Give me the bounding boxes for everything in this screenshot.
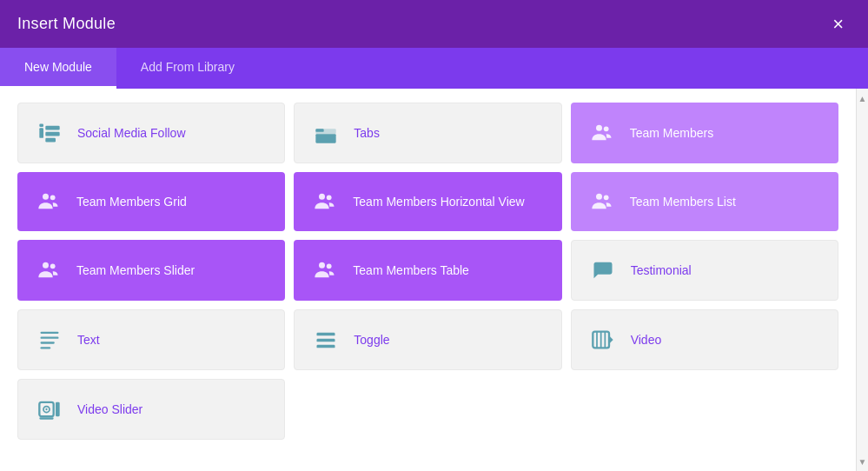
testimonial-icon: " bbox=[587, 255, 619, 286]
module-label: Team Members Grid bbox=[76, 194, 187, 209]
module-team-members[interactable]: Team Members bbox=[571, 103, 838, 163]
svg-rect-1 bbox=[39, 124, 43, 128]
svg-rect-27 bbox=[317, 345, 335, 348]
team-members-grid-icon bbox=[33, 186, 64, 217]
svg-point-11 bbox=[50, 195, 56, 200]
svg-rect-2 bbox=[45, 126, 59, 130]
svg-point-16 bbox=[43, 262, 49, 269]
svg-point-12 bbox=[319, 194, 325, 200]
team-members-slider-icon bbox=[33, 255, 64, 286]
tab-add-from-library[interactable]: Add From Library bbox=[116, 48, 259, 89]
module-team-members-grid[interactable]: Team Members Grid bbox=[17, 172, 285, 231]
module-label: Team Members Horizontal View bbox=[353, 194, 524, 209]
svg-rect-25 bbox=[317, 333, 335, 336]
module-label: Text bbox=[77, 332, 100, 348]
module-team-members-table[interactable]: Team Members Table bbox=[294, 240, 561, 301]
svg-rect-23 bbox=[41, 342, 55, 343]
svg-point-18 bbox=[319, 262, 325, 269]
module-label: Team Members Slider bbox=[76, 262, 195, 278]
scrollbar[interactable]: ▲ ▼ bbox=[856, 89, 868, 471]
svg-rect-26 bbox=[317, 339, 335, 342]
svg-point-15 bbox=[603, 195, 608, 200]
module-label: Team Members bbox=[630, 125, 713, 141]
tabs-icon bbox=[310, 117, 341, 149]
modal-body: Social Media Follow Tabs Team Members bbox=[0, 89, 868, 471]
text-icon bbox=[34, 324, 65, 355]
svg-rect-7 bbox=[316, 129, 336, 134]
svg-point-8 bbox=[596, 125, 602, 131]
module-label: Team Members List bbox=[630, 194, 736, 209]
module-label: Social Media Follow bbox=[77, 125, 186, 141]
svg-marker-32 bbox=[609, 335, 613, 343]
modules-grid: Social Media Follow Tabs Team Members bbox=[17, 103, 838, 440]
modal-tabs: New Module Add From Library bbox=[0, 48, 868, 89]
module-label: Tabs bbox=[354, 125, 380, 141]
module-testimonial[interactable]: " Testimonial bbox=[571, 240, 838, 301]
svg-rect-4 bbox=[45, 138, 56, 143]
module-label: Video Slider bbox=[77, 401, 142, 417]
modal-header: Insert Module × bbox=[0, 0, 868, 48]
svg-point-10 bbox=[43, 194, 49, 200]
module-video-slider[interactable]: Video Slider bbox=[17, 379, 285, 440]
scroll-down-arrow[interactable]: ▼ bbox=[857, 454, 869, 469]
video-slider-icon bbox=[34, 394, 65, 425]
svg-rect-21 bbox=[41, 332, 59, 334]
team-members-list-icon bbox=[586, 186, 618, 217]
team-members-icon bbox=[586, 117, 618, 149]
team-members-table-icon bbox=[309, 255, 341, 286]
svg-rect-22 bbox=[41, 337, 59, 339]
module-team-members-slider[interactable]: Team Members Slider bbox=[17, 240, 285, 301]
module-toggle[interactable]: Toggle bbox=[294, 309, 561, 370]
svg-point-19 bbox=[327, 263, 332, 269]
module-tabs[interactable]: Tabs bbox=[294, 103, 561, 163]
toggle-icon bbox=[310, 324, 341, 355]
content-area: Social Media Follow Tabs Team Members bbox=[0, 89, 856, 471]
svg-point-35 bbox=[45, 408, 47, 410]
module-label: Toggle bbox=[354, 332, 389, 348]
svg-rect-3 bbox=[45, 132, 59, 136]
svg-rect-0 bbox=[39, 128, 43, 138]
svg-rect-36 bbox=[39, 417, 53, 419]
module-label: Video bbox=[631, 332, 662, 348]
svg-point-9 bbox=[603, 126, 608, 131]
insert-module-modal: Insert Module × New Module Add From Libr… bbox=[0, 0, 868, 471]
video-icon bbox=[587, 324, 619, 355]
tab-new-module[interactable]: New Module bbox=[0, 48, 116, 89]
svg-rect-24 bbox=[41, 347, 51, 348]
svg-point-14 bbox=[596, 194, 602, 200]
svg-point-13 bbox=[327, 195, 332, 200]
module-label: Team Members Table bbox=[353, 262, 469, 278]
svg-text:": " bbox=[598, 262, 602, 273]
svg-point-17 bbox=[50, 263, 56, 269]
module-label: Testimonial bbox=[631, 262, 692, 278]
module-text[interactable]: Text bbox=[17, 309, 285, 370]
modal-title: Insert Module bbox=[17, 15, 116, 33]
close-button[interactable]: × bbox=[825, 11, 851, 37]
team-members-horizontal-icon bbox=[309, 186, 341, 217]
svg-rect-6 bbox=[316, 134, 336, 143]
module-team-members-list[interactable]: Team Members List bbox=[571, 172, 838, 231]
social-icon bbox=[34, 117, 65, 149]
module-social-media-follow[interactable]: Social Media Follow bbox=[17, 103, 285, 163]
module-team-members-horizontal-view[interactable]: Team Members Horizontal View bbox=[294, 172, 561, 231]
module-video[interactable]: Video bbox=[571, 309, 838, 370]
scroll-up-arrow[interactable]: ▲ bbox=[857, 90, 869, 106]
svg-rect-37 bbox=[56, 402, 60, 416]
